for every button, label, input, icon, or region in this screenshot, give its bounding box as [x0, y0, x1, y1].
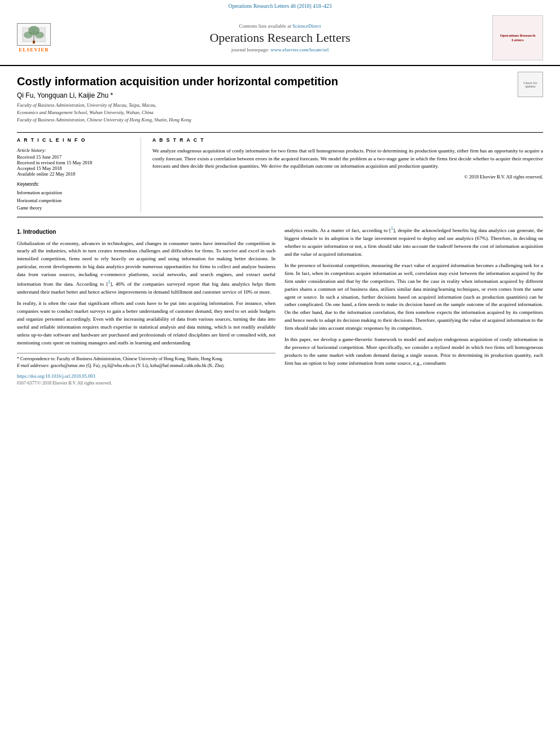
journal-homepage-line: journal homepage: www.elsevier.com/locat…: [68, 47, 492, 53]
science-direct-link[interactable]: ScienceDirect: [292, 23, 321, 29]
main-content: Costly information acquisition under hor…: [0, 66, 560, 392]
homepage-label: journal homepage:: [231, 47, 269, 53]
header-left: ELSEVIER: [11, 21, 68, 55]
separator-1: [17, 132, 543, 133]
keyword-3: Game theory: [17, 204, 132, 212]
footnote-area: * Correspondence to: Faculty of Business…: [17, 353, 275, 369]
affiliation-1: Faculty of Business Administration, Univ…: [17, 102, 512, 109]
issn-line: 0167-6377/© 2018 Elsevier B.V. All right…: [17, 380, 275, 387]
footnote-emails: E-mail addresses: gracefu@umac.mo (Q. Fu…: [17, 362, 275, 369]
elsevier-tree-logo: [17, 23, 51, 46]
keywords-label-text: Keywords:: [17, 181, 40, 187]
journal-title: Operations Research Letters: [68, 30, 492, 45]
header-area: ELSEVIER Contents lists available at Sci…: [0, 11, 560, 66]
elsevier-brand-name: ELSEVIER: [19, 47, 49, 53]
footnote-emails-label: E-mail addresses:: [17, 363, 50, 368]
footnote-emails-text: gracefu@umac.mo (Q. Fu), yq.li@whu.edu.c…: [51, 363, 225, 368]
footnote-correspondence: * Correspondence to: Faculty of Business…: [17, 356, 275, 362]
header-center: Contents lists available at ScienceDirec…: [68, 23, 492, 53]
doi-link[interactable]: https://doi.org/10.1016/j.orl.2018.05.00…: [17, 373, 95, 379]
affiliations: Faculty of Business Administration, Univ…: [17, 102, 512, 123]
ref-1[interactable]: 1: [108, 279, 110, 285]
abstract-heading: A B S T R A C T: [152, 137, 543, 143]
body-left-para-2: In reality, it is often the case that si…: [17, 300, 275, 347]
doi-line: https://doi.org/10.1016/j.orl.2018.05.00…: [17, 373, 275, 380]
section-1-heading: 1. Introduction: [17, 228, 275, 237]
article-history: Article history: Received 15 June 2017 R…: [17, 147, 132, 177]
journal-cover-image: Operations Research Letters: [492, 15, 543, 60]
keyword-1: Information acquisition: [17, 189, 132, 197]
ref-1b[interactable]: 1: [391, 226, 393, 231]
top-bar: Operations Research Letters 46 (2018) 41…: [0, 0, 560, 11]
keywords-label: Keywords:: [17, 181, 132, 187]
contents-text: Contents lists available at: [239, 23, 291, 29]
svg-rect-5: [33, 41, 35, 43]
received-revised-date: Received in revised form 15 May 2018: [17, 160, 132, 165]
svg-point-4: [35, 32, 44, 38]
authors: Qi Fu, Yongquan Li, Kaijie Zhu *: [17, 91, 512, 99]
elsevier-logo: ELSEVIER: [11, 21, 56, 55]
history-label: Article history:: [17, 147, 132, 153]
journal-cover-title: Operations Research Letters: [495, 33, 540, 42]
body-right-para-3: In this paper, we develop a game-theoret…: [285, 336, 543, 368]
homepage-url[interactable]: www.elsevier.com/locate/orl: [270, 47, 329, 53]
accepted-date: Accepted 15 May 2018: [17, 165, 132, 171]
article-title: Costly information acquisition under hor…: [17, 75, 512, 88]
article-info-heading: A R T I C L E I N F O: [17, 137, 132, 143]
body-right-para-1: analytics results. As a matter of fact, …: [285, 225, 543, 259]
available-date: Available online 22 May 2018: [17, 171, 132, 177]
keywords-section: Keywords: Information acquisition Horizo…: [17, 181, 132, 212]
affiliation-3: Faculty of Business Administration, Chin…: [17, 116, 512, 124]
abstract-text: We analyze endogenous acquisition of cos…: [152, 147, 543, 171]
contents-available-line: Contents lists available at ScienceDirec…: [68, 23, 492, 29]
body-right-column: analytics results. As a matter of fact, …: [285, 225, 543, 387]
body-left-para-1: Globalization of the economy, advances i…: [17, 240, 275, 297]
body-right-para-2: In the presence of horizontal competitio…: [285, 262, 543, 333]
received-date: Received 15 June 2017: [17, 154, 132, 160]
copyright-line: © 2018 Elsevier B.V. All rights reserved…: [152, 174, 543, 180]
svg-point-3: [24, 32, 33, 38]
title-authors-area: Costly information acquisition under hor…: [17, 72, 512, 128]
check-updates-text: Check for updates: [518, 81, 542, 88]
keyword-2: Horizontal competition: [17, 197, 132, 205]
check-updates-badge: Check for updates: [518, 72, 543, 97]
article-header: Costly information acquisition under hor…: [17, 72, 543, 128]
separator-2: [17, 217, 543, 217]
affiliation-2: Economics and Management School, Wuhan U…: [17, 109, 512, 116]
authors-text: Qi Fu, Yongquan Li, Kaijie Zhu *: [17, 91, 113, 99]
body-content: 1. Introduction Globalization of the eco…: [17, 225, 543, 387]
article-info-abstract: A R T I C L E I N F O Article history: R…: [17, 137, 543, 212]
abstract-column: A B S T R A C T We analyze endogenous ac…: [152, 137, 543, 212]
article-info-column: A R T I C L E I N F O Article history: R…: [17, 137, 141, 212]
journal-reference-link[interactable]: Operations Research Letters 46 (2018) 41…: [229, 3, 332, 9]
body-left-column: 1. Introduction Globalization of the eco…: [17, 225, 275, 387]
